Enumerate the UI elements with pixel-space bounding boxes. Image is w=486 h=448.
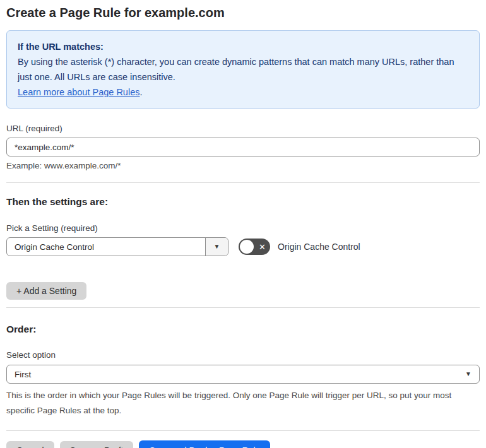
- page-title: Create a Page Rule for example.com: [6, 5, 480, 20]
- url-field-label: URL (required): [6, 124, 480, 133]
- chevron-down-icon: ▼: [214, 244, 220, 250]
- url-example-helper: Example: www.example.com/*: [6, 161, 480, 170]
- order-select[interactable]: First ▼: [6, 365, 480, 384]
- link-period: .: [139, 87, 142, 97]
- order-select-label: Select option: [6, 350, 480, 360]
- order-section-heading: Order:: [6, 324, 480, 335]
- pick-setting-label: Pick a Setting (required): [6, 223, 480, 233]
- setting-row: Origin Cache Control ▼ ✕ Origin Cache Co…: [6, 237, 480, 256]
- info-box-link-line: Learn more about Page Rules.: [18, 85, 468, 100]
- divider: [6, 182, 480, 183]
- url-input[interactable]: [6, 138, 480, 156]
- toggle-label: Origin Cache Control: [278, 242, 360, 252]
- info-box-body: By using the asterisk (*) character, you…: [18, 54, 468, 85]
- order-helper-text: This is the order in which your Page Rul…: [6, 388, 473, 418]
- divider: [6, 430, 480, 431]
- setting-select[interactable]: Origin Cache Control ▼: [6, 237, 228, 256]
- setting-select-value: Origin Cache Control: [7, 238, 205, 256]
- chevron-down-icon: ▼: [465, 371, 471, 377]
- add-setting-button[interactable]: + Add a Setting: [6, 282, 86, 300]
- footer-actions: Cancel Save as Draft Save and Deploy Pag…: [6, 440, 480, 448]
- toggle-off-x-icon: ✕: [259, 243, 266, 251]
- settings-section-heading: Then the settings are:: [6, 196, 480, 208]
- save-as-draft-button[interactable]: Save as Draft: [60, 441, 134, 448]
- origin-cache-control-toggle[interactable]: ✕: [239, 239, 270, 255]
- learn-more-link[interactable]: Learn more about Page Rules: [18, 87, 139, 97]
- order-select-value: First: [15, 370, 465, 379]
- url-match-info-box: If the URL matches: By using the asteris…: [6, 30, 480, 109]
- info-box-heading: If the URL matches:: [18, 39, 468, 54]
- save-and-deploy-button[interactable]: Save and Deploy Page Rule: [139, 440, 270, 448]
- toggle-knob: [240, 240, 254, 254]
- divider: [6, 307, 480, 308]
- setting-select-arrow-button[interactable]: ▼: [205, 238, 228, 256]
- cancel-button[interactable]: Cancel: [6, 441, 54, 448]
